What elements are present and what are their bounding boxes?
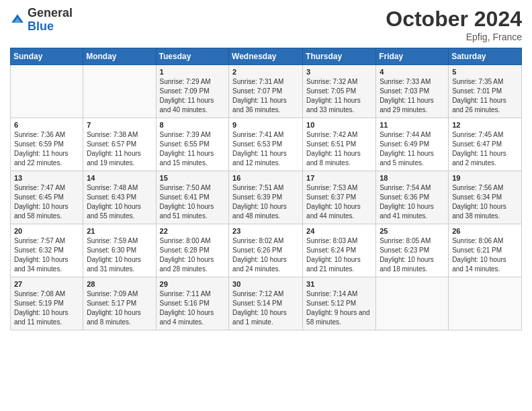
day-number: 23 <box>232 227 299 235</box>
day-number: 20 <box>14 227 79 235</box>
logo-icon <box>10 13 25 28</box>
day-info: Sunrise: 7:11 AM Sunset: 5:16 PM Dayligh… <box>160 289 226 327</box>
day-number: 30 <box>232 280 299 288</box>
day-info: Sunrise: 7:41 AM Sunset: 6:53 PM Dayligh… <box>232 130 299 168</box>
month-title: October 2024 <box>386 7 522 32</box>
day-info: Sunrise: 7:36 AM Sunset: 6:59 PM Dayligh… <box>14 130 79 168</box>
page: General Blue October 2024 Epfig, France … <box>0 0 532 411</box>
calendar-cell: 25Sunrise: 8:05 AM Sunset: 6:23 PM Dayli… <box>376 224 449 277</box>
day-info: Sunrise: 7:42 AM Sunset: 6:51 PM Dayligh… <box>306 130 372 168</box>
calendar-cell: 21Sunrise: 7:59 AM Sunset: 6:30 PM Dayli… <box>83 224 156 277</box>
calendar: SundayMondayTuesdayWednesdayThursdayFrid… <box>10 48 522 330</box>
logo: General Blue <box>10 7 73 34</box>
calendar-cell: 5Sunrise: 7:35 AM Sunset: 7:01 PM Daylig… <box>449 65 522 118</box>
day-info: Sunrise: 7:08 AM Sunset: 5:19 PM Dayligh… <box>14 289 79 327</box>
day-number: 12 <box>452 121 518 129</box>
calendar-cell: 22Sunrise: 8:00 AM Sunset: 6:28 PM Dayli… <box>156 224 229 277</box>
day-number: 14 <box>87 174 152 182</box>
day-number: 7 <box>87 121 152 129</box>
day-info: Sunrise: 8:03 AM Sunset: 6:24 PM Dayligh… <box>306 236 372 274</box>
col-header-friday: Friday <box>376 48 449 65</box>
day-number: 25 <box>380 227 445 235</box>
day-info: Sunrise: 7:33 AM Sunset: 7:03 PM Dayligh… <box>380 77 445 115</box>
day-number: 15 <box>160 174 226 182</box>
calendar-week-4: 20Sunrise: 7:57 AM Sunset: 6:32 PM Dayli… <box>11 224 522 277</box>
day-info: Sunrise: 7:39 AM Sunset: 6:55 PM Dayligh… <box>160 130 226 168</box>
calendar-cell: 18Sunrise: 7:54 AM Sunset: 6:36 PM Dayli… <box>376 171 449 224</box>
day-number: 21 <box>87 227 152 235</box>
calendar-cell: 27Sunrise: 7:08 AM Sunset: 5:19 PM Dayli… <box>11 277 83 330</box>
day-info: Sunrise: 8:00 AM Sunset: 6:28 PM Dayligh… <box>160 236 226 274</box>
day-number: 29 <box>160 280 226 288</box>
calendar-cell: 2Sunrise: 7:31 AM Sunset: 7:07 PM Daylig… <box>229 65 303 118</box>
day-info: Sunrise: 7:45 AM Sunset: 6:47 PM Dayligh… <box>452 130 518 168</box>
calendar-cell: 29Sunrise: 7:11 AM Sunset: 5:16 PM Dayli… <box>156 277 229 330</box>
day-number: 6 <box>14 121 79 129</box>
logo-text: General Blue <box>28 7 73 34</box>
day-number: 2 <box>232 68 299 76</box>
day-number: 31 <box>306 280 372 288</box>
calendar-cell: 11Sunrise: 7:44 AM Sunset: 6:49 PM Dayli… <box>376 118 449 171</box>
day-info: Sunrise: 7:48 AM Sunset: 6:43 PM Dayligh… <box>87 183 152 221</box>
day-info: Sunrise: 7:09 AM Sunset: 5:17 PM Dayligh… <box>87 289 152 327</box>
calendar-week-5: 27Sunrise: 7:08 AM Sunset: 5:19 PM Dayli… <box>11 277 522 330</box>
day-info: Sunrise: 7:59 AM Sunset: 6:30 PM Dayligh… <box>87 236 152 274</box>
calendar-cell: 6Sunrise: 7:36 AM Sunset: 6:59 PM Daylig… <box>11 118 83 171</box>
day-info: Sunrise: 7:57 AM Sunset: 6:32 PM Dayligh… <box>14 236 79 274</box>
calendar-week-3: 13Sunrise: 7:47 AM Sunset: 6:45 PM Dayli… <box>11 171 522 224</box>
day-number: 19 <box>452 174 518 182</box>
logo-blue: Blue <box>28 20 73 34</box>
day-info: Sunrise: 8:02 AM Sunset: 6:26 PM Dayligh… <box>232 236 299 274</box>
col-header-wednesday: Wednesday <box>229 48 303 65</box>
col-header-monday: Monday <box>83 48 156 65</box>
col-header-sunday: Sunday <box>11 48 83 65</box>
calendar-cell: 8Sunrise: 7:39 AM Sunset: 6:55 PM Daylig… <box>156 118 229 171</box>
calendar-cell: 20Sunrise: 7:57 AM Sunset: 6:32 PM Dayli… <box>11 224 83 277</box>
day-number: 9 <box>232 121 299 129</box>
day-number: 10 <box>306 121 372 129</box>
day-number: 24 <box>306 227 372 235</box>
day-info: Sunrise: 7:32 AM Sunset: 7:05 PM Dayligh… <box>306 77 372 115</box>
day-number: 5 <box>452 68 518 76</box>
calendar-cell: 9Sunrise: 7:41 AM Sunset: 6:53 PM Daylig… <box>229 118 303 171</box>
calendar-cell: 14Sunrise: 7:48 AM Sunset: 6:43 PM Dayli… <box>83 171 156 224</box>
day-info: Sunrise: 7:44 AM Sunset: 6:49 PM Dayligh… <box>380 130 445 168</box>
calendar-cell <box>449 277 522 330</box>
day-info: Sunrise: 7:51 AM Sunset: 6:39 PM Dayligh… <box>232 183 299 221</box>
calendar-cell: 26Sunrise: 8:06 AM Sunset: 6:21 PM Dayli… <box>449 224 522 277</box>
calendar-cell: 15Sunrise: 7:50 AM Sunset: 6:41 PM Dayli… <box>156 171 229 224</box>
header: General Blue October 2024 Epfig, France <box>10 7 522 42</box>
calendar-cell: 16Sunrise: 7:51 AM Sunset: 6:39 PM Dayli… <box>229 171 303 224</box>
calendar-cell: 19Sunrise: 7:56 AM Sunset: 6:34 PM Dayli… <box>449 171 522 224</box>
day-number: 3 <box>306 68 372 76</box>
day-number: 1 <box>160 68 226 76</box>
location: Epfig, France <box>386 32 522 42</box>
day-number: 11 <box>380 121 445 129</box>
day-number: 16 <box>232 174 299 182</box>
calendar-cell: 28Sunrise: 7:09 AM Sunset: 5:17 PM Dayli… <box>83 277 156 330</box>
day-info: Sunrise: 7:53 AM Sunset: 6:37 PM Dayligh… <box>306 183 372 221</box>
day-number: 27 <box>14 280 79 288</box>
calendar-cell <box>376 277 449 330</box>
day-info: Sunrise: 7:14 AM Sunset: 5:12 PM Dayligh… <box>306 289 372 327</box>
day-info: Sunrise: 7:54 AM Sunset: 6:36 PM Dayligh… <box>380 183 445 221</box>
day-info: Sunrise: 7:35 AM Sunset: 7:01 PM Dayligh… <box>452 77 518 115</box>
day-number: 4 <box>380 68 445 76</box>
calendar-header-row: SundayMondayTuesdayWednesdayThursdayFrid… <box>11 48 522 65</box>
calendar-week-1: 1Sunrise: 7:29 AM Sunset: 7:09 PM Daylig… <box>11 65 522 118</box>
day-info: Sunrise: 7:56 AM Sunset: 6:34 PM Dayligh… <box>452 183 518 221</box>
calendar-cell: 17Sunrise: 7:53 AM Sunset: 6:37 PM Dayli… <box>303 171 376 224</box>
calendar-week-2: 6Sunrise: 7:36 AM Sunset: 6:59 PM Daylig… <box>11 118 522 171</box>
col-header-tuesday: Tuesday <box>156 48 229 65</box>
calendar-cell: 10Sunrise: 7:42 AM Sunset: 6:51 PM Dayli… <box>303 118 376 171</box>
calendar-cell: 7Sunrise: 7:38 AM Sunset: 6:57 PM Daylig… <box>83 118 156 171</box>
day-number: 26 <box>452 227 518 235</box>
day-info: Sunrise: 7:38 AM Sunset: 6:57 PM Dayligh… <box>87 130 152 168</box>
calendar-cell <box>83 65 156 118</box>
day-info: Sunrise: 7:31 AM Sunset: 7:07 PM Dayligh… <box>232 77 299 115</box>
col-header-saturday: Saturday <box>449 48 522 65</box>
col-header-thursday: Thursday <box>303 48 376 65</box>
day-number: 22 <box>160 227 226 235</box>
logo-general: General <box>28 7 73 20</box>
calendar-cell: 23Sunrise: 8:02 AM Sunset: 6:26 PM Dayli… <box>229 224 303 277</box>
